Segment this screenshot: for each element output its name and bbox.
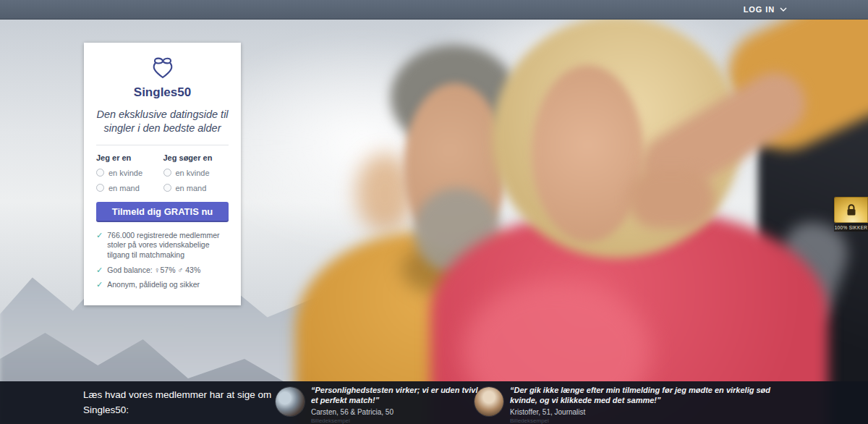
testimonial-quote: “Der gik ikke længe efter min tilmelding… — [510, 386, 787, 406]
lock-icon — [846, 203, 857, 216]
testimonial-note: Billedeksempel — [510, 417, 787, 424]
seeking-female-option[interactable]: en kvinde — [163, 169, 229, 177]
woman-face — [532, 65, 644, 242]
chevron-down-icon — [780, 7, 787, 12]
seeking-column: Jeg søger en en kvinde en mand — [163, 153, 229, 199]
avatar-man — [475, 387, 503, 416]
check-icon: ✓ — [96, 266, 103, 276]
woman-hand — [628, 169, 715, 229]
badge-seal — [834, 197, 868, 223]
radio-label[interactable]: en kvinde — [109, 169, 142, 177]
login-label: LOG IN — [744, 5, 775, 14]
i-am-column: Jeg er en en kvinde en mand — [96, 153, 162, 199]
benefit-text: 766.000 registrerede medlemmer stoler på… — [107, 231, 229, 260]
benefit-balance: ✓ God balance: ♀57% ♂ 43% — [96, 266, 229, 276]
testimonials-heading: Læs hvad vores medlemmer har at sige om … — [83, 388, 273, 418]
benefit-text: God balance: ♀57% ♂ 43% — [107, 266, 200, 276]
check-icon: ✓ — [96, 280, 103, 290]
radio-button[interactable] — [163, 169, 171, 177]
i-am-female-option[interactable]: en kvinde — [96, 169, 162, 177]
testimonial-2-text: “Der gik ikke længe efter min tilmelding… — [510, 386, 787, 424]
radio-button[interactable] — [163, 184, 171, 192]
page: LOG IN Singles50 Den eksklusive datingsi… — [0, 0, 868, 424]
benefit-members: ✓ 766.000 registrerede medlemmer stoler … — [96, 231, 229, 260]
check-icon: ✓ — [96, 231, 103, 260]
badge-label: 100% SIKKER — [834, 224, 868, 232]
seeking-male-option[interactable]: en mand — [163, 184, 229, 192]
topbar: LOG IN — [0, 0, 868, 20]
seeking-label: Jeg søger en — [163, 153, 229, 162]
gender-form: Jeg er en en kvinde en mand Jeg søger en… — [96, 153, 229, 199]
testimonial-name: Carsten, 56 & Patricia, 50 — [311, 408, 484, 416]
heart-infinity-logo-icon — [146, 54, 179, 82]
brand-title: Singles50 — [96, 85, 229, 100]
radio-label[interactable]: en mand — [109, 184, 140, 192]
testimonials-bar: Læs hvad vores medlemmer har at sige om … — [0, 381, 868, 424]
radio-label[interactable]: en mand — [176, 184, 207, 192]
testimonial-name: Kristoffer, 51, Journalist — [510, 408, 787, 416]
radio-button[interactable] — [96, 184, 104, 192]
i-am-male-option[interactable]: en mand — [96, 184, 162, 192]
radio-label[interactable]: en kvinde — [176, 169, 210, 177]
signup-card: Singles50 Den eksklusive datingside til … — [84, 43, 241, 305]
security-badge: 100% SIKKER — [834, 197, 868, 232]
testimonial-1-text: “Personlighedstesten virker; vi er uden … — [311, 386, 484, 424]
avatar-couple — [276, 387, 305, 416]
benefit-text: Anonym, pålidelig og sikker — [107, 280, 200, 290]
testimonial-2: “Der gik ikke længe efter min tilmelding… — [475, 386, 787, 424]
testimonial-quote: “Personlighedstesten virker; vi er uden … — [311, 386, 484, 406]
signup-button[interactable]: Tilmeld dig GRATIS nu — [96, 202, 229, 222]
radio-button[interactable] — [96, 169, 104, 177]
i-am-label: Jeg er en — [96, 153, 162, 162]
benefit-secure: ✓ Anonym, pålidelig og sikker — [96, 280, 229, 290]
testimonial-note: Billedeksempel — [311, 417, 484, 424]
testimonial-1: “Personlighedstesten virker; vi er uden … — [276, 386, 484, 424]
divider — [96, 145, 229, 145]
benefits-list: ✓ 766.000 registrerede medlemmer stoler … — [96, 231, 229, 290]
tagline: Den eksklusive datingside til singler i … — [96, 108, 229, 135]
login-button[interactable]: LOG IN — [744, 0, 787, 19]
